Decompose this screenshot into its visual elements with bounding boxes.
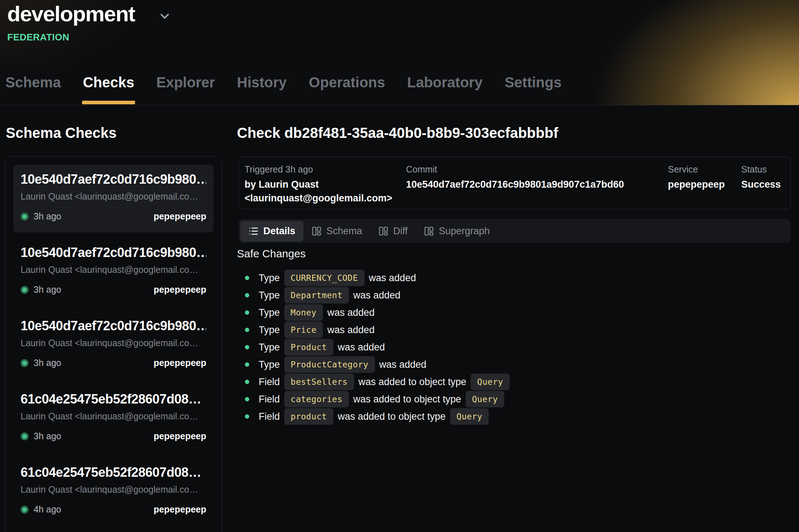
check-item-time: 3h ago xyxy=(34,284,61,295)
service-name: pepepepeep xyxy=(668,178,741,191)
status-dot-icon xyxy=(21,286,29,294)
detail-tabs: DetailsSchemaDiffSupergraph xyxy=(238,219,791,243)
detail-tab-supergraph[interactable]: Supergraph xyxy=(416,221,498,241)
change-text: Type xyxy=(259,342,280,353)
change-text: was added to object type xyxy=(358,376,466,388)
change-code-chip: bestSellers xyxy=(284,374,354,390)
change-code-chip: Product xyxy=(284,339,333,356)
check-item-title: 10e540d7aef72c0d716c9b980… xyxy=(21,172,206,187)
tab-explorer[interactable]: Explorer xyxy=(156,74,216,105)
bullet-icon xyxy=(245,276,249,280)
change-text: Type xyxy=(259,324,280,336)
tab-operations[interactable]: Operations xyxy=(308,74,386,105)
bullet-icon xyxy=(245,414,249,419)
service-label: Service xyxy=(668,164,741,175)
change-text: was added xyxy=(327,324,375,336)
change-code-chip: Department xyxy=(284,287,349,304)
check-item-time: 3h ago xyxy=(34,358,61,368)
meta-triggered-cell: Triggered 3h ago by Laurin Quast <laurin… xyxy=(245,164,406,209)
triggered-label: Triggered 3h ago xyxy=(245,164,406,175)
safe-changes-heading: Safe Changes xyxy=(237,248,306,260)
change-text: was added to object type xyxy=(353,394,461,405)
safe-change-row: TypeProductCategorywas added xyxy=(238,356,514,373)
change-code-chip: Query xyxy=(466,391,505,407)
safe-change-row: Fieldcategorieswas added to object typeQ… xyxy=(238,391,514,408)
commit-hash: 10e540d7aef72c0d716c9b9801a9d907c1a7bd60 xyxy=(406,178,668,191)
safe-change-row: TypeCURRENCY_CODEwas added xyxy=(238,269,514,287)
change-text: Type xyxy=(259,307,280,318)
status-dot-icon xyxy=(21,213,29,221)
project-title: development xyxy=(7,1,135,26)
check-list-item[interactable]: 10e540d7aef72c0d716c9b980…Laurin Quast <… xyxy=(13,238,213,306)
tab-history[interactable]: History xyxy=(236,74,288,105)
chevron-down-icon[interactable] xyxy=(158,9,172,23)
change-text: Field xyxy=(259,411,280,422)
triggered-email: <laurinquast@googlemail.com> xyxy=(245,191,406,205)
change-text: was added xyxy=(379,359,427,370)
list-icon xyxy=(248,226,259,236)
detail-tab-diff[interactable]: Diff xyxy=(370,221,416,241)
columns-icon xyxy=(424,226,434,236)
change-text: was added to object type xyxy=(338,411,446,422)
bullet-icon xyxy=(245,345,249,349)
change-code-chip: CURRENCY_CODE xyxy=(284,270,365,286)
safe-change-row: Fieldproductwas added to object typeQuer… xyxy=(238,408,514,425)
check-item-time: 3h ago xyxy=(34,431,61,441)
check-item-title: 10e540d7aef72c0d716c9b980… xyxy=(21,318,206,333)
check-detail-title: Check db28f481-35aa-40b0-b8b9-303ecfabbb… xyxy=(237,125,558,141)
bullet-icon xyxy=(245,293,249,297)
detail-tab-label: Details xyxy=(263,226,295,237)
change-code-chip: Money xyxy=(284,304,323,321)
change-text: Type xyxy=(259,272,280,284)
safe-change-row: TypeProductwas added xyxy=(238,339,514,356)
check-item-title: 10e540d7aef72c0d716c9b980… xyxy=(21,245,206,260)
check-item-service: pepepepeep xyxy=(154,358,206,368)
change-text: was added xyxy=(327,307,375,318)
bullet-icon xyxy=(245,362,249,367)
check-item-author: Laurin Quast <laurinquast@googlemail.co… xyxy=(21,411,206,422)
check-item-author: Laurin Quast <laurinquast@googlemail.co… xyxy=(21,191,206,202)
tab-checks[interactable]: Checks xyxy=(82,74,135,105)
change-text: was added xyxy=(369,272,416,284)
check-item-author: Laurin Quast <laurinquast@googlemail.co… xyxy=(21,265,206,275)
detail-tab-details[interactable]: Details xyxy=(240,221,303,241)
change-text: Type xyxy=(259,290,280,301)
change-code-chip: Query xyxy=(471,374,510,390)
status-value: Success xyxy=(741,178,790,191)
tab-schema[interactable]: Schema xyxy=(5,74,61,105)
check-item-time: 3h ago xyxy=(34,211,61,222)
change-text: Field xyxy=(259,376,280,388)
check-list-item[interactable]: 61c04e25475eb52f28607d08…Laurin Quast <l… xyxy=(13,458,213,526)
detail-tab-schema[interactable]: Schema xyxy=(303,221,370,241)
detail-tab-label: Supergraph xyxy=(439,226,490,237)
bullet-icon xyxy=(245,310,249,315)
check-item-service: pepepepeep xyxy=(154,504,206,515)
safe-change-row: TypeMoneywas added xyxy=(238,304,514,321)
tab-settings[interactable]: Settings xyxy=(504,74,562,105)
check-item-author: Laurin Quast <laurinquast@googlemail.co… xyxy=(21,338,206,348)
check-meta-box: Triggered 3h ago by Laurin Quast <laurin… xyxy=(238,157,791,209)
tab-laboratory[interactable]: Laboratory xyxy=(406,74,483,105)
check-item-title: 61c04e25475eb52f28607d08… xyxy=(21,465,206,480)
meta-service-cell: Service pepepepeep xyxy=(668,164,741,209)
check-list-item[interactable]: 10e540d7aef72c0d716c9b980…Laurin Quast <… xyxy=(13,311,213,379)
check-item-service: pepepepeep xyxy=(154,284,206,295)
change-code-chip: Price xyxy=(284,322,323,338)
change-text: Type xyxy=(259,359,280,370)
change-text: Field xyxy=(259,394,280,405)
bullet-icon xyxy=(245,328,249,332)
check-list-item[interactable]: 10e540d7aef72c0d716c9b980…Laurin Quast <… xyxy=(13,165,213,232)
safe-change-row: FieldbestSellerswas added to object type… xyxy=(238,373,514,391)
status-dot-icon xyxy=(21,359,29,367)
bullet-icon xyxy=(245,397,249,401)
check-list-item[interactable]: 61c04e25475eb52f28607d08…Laurin Quast <l… xyxy=(13,384,213,452)
federation-badge: FEDERATION xyxy=(7,32,69,43)
safe-change-row: TypePricewas added xyxy=(238,321,514,339)
change-code-chip: categories xyxy=(284,391,349,407)
check-item-title: 61c04e25475eb52f28607d08… xyxy=(21,392,206,407)
status-dot-icon xyxy=(21,432,29,440)
change-code-chip: Query xyxy=(450,408,489,425)
bullet-icon xyxy=(245,380,249,384)
meta-commit-cell: Commit 10e540d7aef72c0d716c9b9801a9d907c… xyxy=(406,164,668,209)
page-header: development FEDERATION SchemaChecksExplo… xyxy=(0,0,799,105)
